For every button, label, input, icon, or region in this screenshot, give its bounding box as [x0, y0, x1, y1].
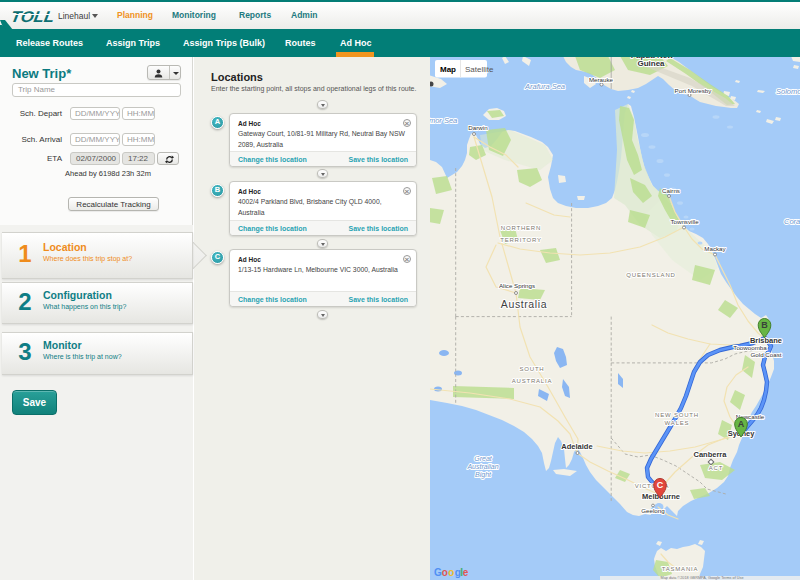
svg-text:Cairns: Cairns — [662, 187, 680, 194]
svg-text:TERRITORY: TERRITORY — [500, 237, 542, 243]
svg-text:Timor Sea: Timor Sea — [430, 116, 457, 125]
svg-text:Guinea: Guinea — [637, 59, 665, 68]
svg-text:Australia: Australia — [501, 298, 547, 310]
svg-text:Alice Springs: Alice Springs — [499, 282, 535, 289]
svg-text:Adelaide: Adelaide — [561, 442, 592, 451]
svg-text:Map data ©2018 GBRMPA, Google: Map data ©2018 GBRMPA, Google Terms of U… — [660, 576, 743, 580]
svg-text:Australian: Australian — [466, 463, 498, 470]
svg-text:TASMANIA: TASMANIA — [662, 566, 699, 572]
svg-text:Geelong: Geelong — [641, 507, 665, 514]
svg-text:G: G — [434, 567, 442, 578]
svg-text:Satellite: Satellite — [465, 65, 494, 74]
svg-text:NEW SOUTH: NEW SOUTH — [655, 412, 699, 418]
svg-text:B: B — [761, 320, 768, 330]
svg-text:AUSTRALIA: AUSTRALIA — [512, 378, 553, 384]
svg-text:NORTHERN: NORTHERN — [501, 225, 541, 231]
svg-text:A: A — [738, 419, 745, 429]
svg-text:Toowoomba: Toowoomba — [733, 344, 767, 351]
svg-text:o: o — [448, 567, 454, 578]
svg-text:SOUTH: SOUTH — [520, 366, 545, 372]
svg-text:QUEENSLAND: QUEENSLAND — [626, 272, 675, 278]
svg-text:Townsville: Townsville — [670, 218, 699, 225]
svg-text:Map: Map — [440, 65, 456, 74]
svg-text:Port Moresby: Port Moresby — [675, 87, 713, 94]
svg-text:Bight: Bight — [475, 471, 492, 479]
svg-text:Great: Great — [474, 455, 493, 462]
svg-text:Arafura Sea: Arafura Sea — [524, 82, 565, 91]
svg-text:C: C — [657, 480, 664, 490]
svg-text:e: e — [463, 567, 469, 578]
svg-text:o: o — [442, 567, 448, 578]
svg-text:ACT: ACT — [709, 465, 723, 471]
svg-text:Canberra: Canberra — [694, 450, 728, 459]
svg-text:WALES: WALES — [665, 420, 690, 426]
svg-text:Merauke: Merauke — [589, 76, 614, 83]
svg-text:Solomon Sea: Solomon Sea — [776, 87, 800, 96]
svg-text:Darwin: Darwin — [468, 124, 488, 131]
svg-text:Coral Sea: Coral Sea — [784, 217, 800, 226]
svg-text:Gold Coast: Gold Coast — [751, 351, 782, 358]
svg-text:Mackay: Mackay — [704, 245, 726, 252]
